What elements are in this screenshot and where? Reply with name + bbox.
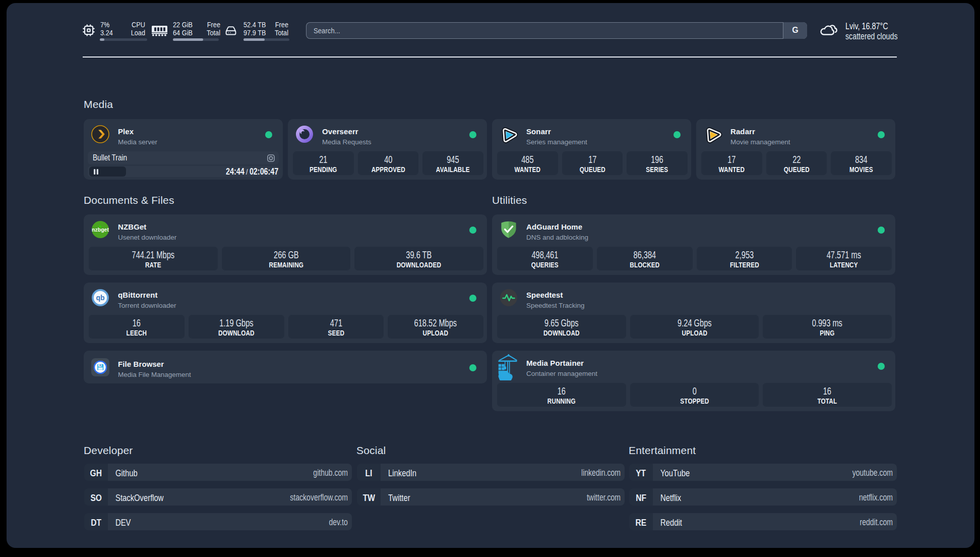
svg-text:qb: qb <box>96 294 104 302</box>
svg-text:nzbget: nzbget <box>92 227 109 233</box>
